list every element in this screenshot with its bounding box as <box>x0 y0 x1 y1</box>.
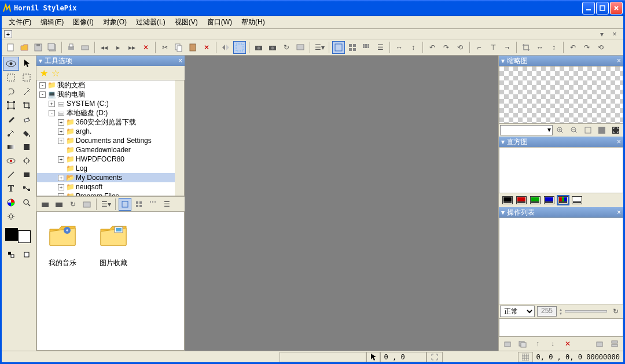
open-file-button[interactable] <box>18 41 31 54</box>
stop-button[interactable]: ✕ <box>139 41 152 54</box>
b-refresh-button[interactable]: ↻ <box>67 198 79 211</box>
zoom-out-button[interactable] <box>568 124 580 137</box>
crop-tool-button[interactable] <box>520 41 532 54</box>
crop-tool[interactable] <box>19 98 35 112</box>
expand-icon[interactable]: + <box>58 184 64 190</box>
expand-icon[interactable]: - <box>49 110 55 116</box>
redeye-tool[interactable] <box>3 154 19 168</box>
zoom-combo[interactable]: ▾ <box>500 125 553 135</box>
resize-v-button[interactable]: ↕ <box>547 41 560 54</box>
screen-button[interactable] <box>294 41 307 54</box>
brush-tool[interactable] <box>3 112 19 126</box>
reset-opacity-button[interactable]: ↻ <box>609 305 622 318</box>
opacity-input[interactable]: 255 <box>537 306 557 317</box>
b-list-button[interactable]: ☰▾ <box>100 198 112 211</box>
b-cam2-button[interactable] <box>53 198 65 211</box>
fullscreen-button[interactable] <box>609 124 622 137</box>
selection-mode-button[interactable] <box>233 41 246 54</box>
tree-scrollbar[interactable] <box>175 80 184 196</box>
rotate-cw-button[interactable]: ↷ <box>440 41 453 54</box>
camera-button[interactable] <box>252 41 265 54</box>
expand-icon[interactable]: - <box>39 82 46 89</box>
paste-button[interactable] <box>186 41 199 54</box>
rotate-ccw-button[interactable]: ↶ <box>426 41 439 54</box>
expand-icon[interactable]: + <box>58 193 64 197</box>
zoom-tool[interactable] <box>19 196 35 209</box>
tab-overflow-button[interactable]: ▾ <box>597 29 607 39</box>
swap-colors-button[interactable] <box>3 248 19 262</box>
b-small-button[interactable] <box>146 198 159 211</box>
canvas-area[interactable] <box>185 56 498 351</box>
camera2-button[interactable] <box>266 41 279 54</box>
first-button[interactable]: ◂◂ <box>98 41 111 54</box>
tab-close-button[interactable]: × <box>609 29 620 39</box>
wand-tool[interactable] <box>19 84 35 98</box>
new-tab-button[interactable]: + <box>4 30 12 38</box>
text-tool[interactable]: T <box>3 182 19 196</box>
operations-header[interactable]: ▾操作列表× <box>499 207 623 218</box>
rect-tool[interactable] <box>19 168 35 182</box>
actual-size-button[interactable] <box>595 124 608 137</box>
fit-window-button[interactable] <box>582 124 594 137</box>
marquee-tool[interactable] <box>3 71 19 84</box>
expand-icon[interactable]: + <box>58 156 64 163</box>
menu-object[interactable]: 对象(O) <box>98 16 131 28</box>
delete-button[interactable]: ✕ <box>200 41 213 54</box>
play-button[interactable]: ▸ <box>112 41 124 54</box>
channel-black[interactable] <box>502 196 513 204</box>
layer-del-button[interactable]: ✕ <box>561 337 574 350</box>
transform-tool[interactable] <box>3 98 19 112</box>
move-marquee-tool[interactable] <box>19 71 35 84</box>
star-filled-icon[interactable]: ★ <box>40 68 48 79</box>
layer-dup-button[interactable] <box>516 337 529 350</box>
expand-icon[interactable]: + <box>58 138 64 144</box>
layer-down-button[interactable]: ↓ <box>546 337 559 350</box>
expand-h-button[interactable]: ↔ <box>393 41 406 54</box>
foreground-color[interactable] <box>5 228 18 241</box>
thumbnail-header[interactable]: ▾缩略图× <box>499 56 623 66</box>
opacity-slider[interactable] <box>565 310 607 312</box>
menu-help[interactable]: 帮助(H) <box>237 16 270 28</box>
channel-rgb[interactable] <box>558 196 568 204</box>
shape-tool[interactable] <box>19 140 35 154</box>
view-small-button[interactable] <box>360 41 373 54</box>
skew-cw-button[interactable]: ↷ <box>580 41 593 54</box>
pointer-tool[interactable] <box>19 57 35 71</box>
channel-green[interactable] <box>530 196 541 204</box>
b-cam1-button[interactable] <box>39 198 52 211</box>
maximize-button[interactable] <box>596 2 609 14</box>
new-file-button[interactable] <box>4 41 17 54</box>
gradient-tool[interactable] <box>3 140 19 154</box>
view-large-button[interactable] <box>332 41 345 54</box>
expand-icon[interactable]: + <box>49 101 55 107</box>
layer-flatten-button[interactable] <box>608 337 621 350</box>
expand-icon[interactable]: + <box>58 119 64 126</box>
lasso-tool[interactable] <box>3 84 19 98</box>
refresh-button[interactable]: ↻ <box>280 41 293 54</box>
expand-icon[interactable]: - <box>39 91 46 98</box>
histogram-header[interactable]: ▾直方图× <box>499 137 623 147</box>
scan-button[interactable] <box>79 41 91 54</box>
panel-close-icon[interactable]: × <box>617 138 621 146</box>
eraser-tool[interactable] <box>19 112 35 126</box>
layer-up-button[interactable]: ↑ <box>531 337 544 350</box>
panel-close-icon[interactable]: × <box>617 57 621 65</box>
folder-tree[interactable]: -📁我的文档 -💻我的电脑 +🖴SYSTEM (C:) -🖴本地磁盘 (D:) … <box>36 80 185 196</box>
skew-ccw-button[interactable]: ↶ <box>567 41 579 54</box>
menu-filter[interactable]: 过滤器(L) <box>131 16 170 28</box>
opacity-down[interactable]: ▼ <box>559 312 562 315</box>
layer-new-button[interactable] <box>501 337 514 350</box>
expand-icon[interactable]: + <box>58 128 64 135</box>
skew-180-button[interactable]: ⟲ <box>594 41 607 54</box>
default-colors-button[interactable] <box>19 248 35 262</box>
align-tl-button[interactable]: ⌐ <box>473 41 486 54</box>
file-item-music[interactable]: 我的音乐 <box>49 223 76 268</box>
channel-alpha[interactable] <box>572 196 582 204</box>
rotate-180-button[interactable]: ⟲ <box>454 41 466 54</box>
save-button[interactable] <box>32 41 45 54</box>
b-detail-button[interactable]: ☰ <box>160 198 173 211</box>
cut-button[interactable]: ✂ <box>159 41 171 54</box>
path-tool[interactable] <box>19 182 35 196</box>
zoom-in-button[interactable] <box>554 124 567 137</box>
menu-view[interactable]: 视图(V) <box>170 16 203 28</box>
